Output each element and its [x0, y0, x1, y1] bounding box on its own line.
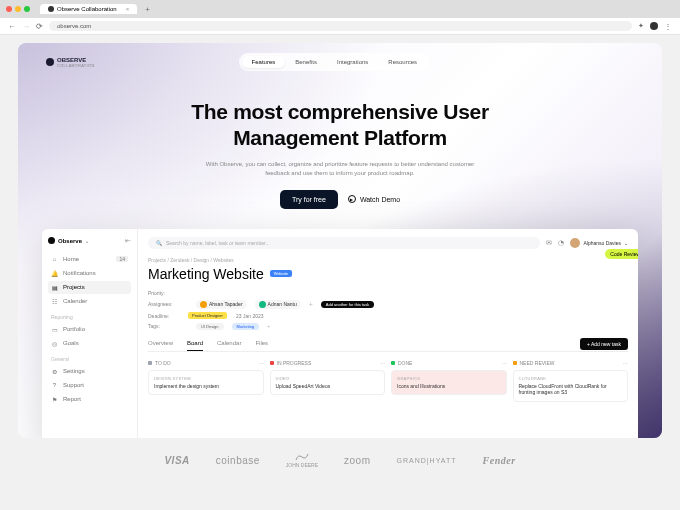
bell-icon: 🔔 [51, 270, 58, 277]
collapse-sidebar-icon[interactable]: ⇤ [125, 237, 131, 245]
nav-resources[interactable]: Resources [378, 56, 427, 68]
column-menu-icon[interactable]: ⋯ [380, 360, 385, 366]
add-another-tooltip: Add another for this task [321, 301, 374, 308]
sidebar-item-home[interactable]: ⌂Home14 [48, 253, 131, 266]
column-menu-icon[interactable]: ⋯ [259, 360, 264, 366]
maximize-window-icon[interactable] [24, 6, 30, 12]
projects-icon: ▤ [51, 284, 58, 291]
new-tab-button[interactable]: + [141, 5, 154, 14]
chevron-down-icon[interactable]: ⌄ [85, 238, 89, 244]
tab-close-icon[interactable]: × [126, 6, 130, 12]
page-canvas: OBSERVE COLLABORATION Features Benefits … [0, 35, 680, 510]
sidebar-section-general: General [51, 356, 131, 362]
search-placeholder: Search by name, label, task or team memb… [166, 240, 270, 246]
view-tabs: Overview Board Calendar Files + Add new … [148, 340, 628, 352]
close-window-icon[interactable] [6, 6, 12, 12]
sidebar-item-settings[interactable]: ⚙Settings [48, 365, 131, 378]
url-text: observe.com [57, 23, 91, 29]
inbox-icon[interactable]: ✉ [546, 239, 552, 247]
search-icon: 🔍 [156, 240, 162, 246]
portfolio-icon: ▭ [51, 326, 58, 333]
tag-chip[interactable]: Marketing [232, 323, 260, 330]
search-input[interactable]: 🔍 Search by name, label, task or team me… [148, 237, 540, 249]
hero-section: OBSERVE COLLABORATION Features Benefits … [18, 43, 662, 438]
add-task-button[interactable]: + Add new task [580, 338, 628, 350]
sidebar-item-portfolio[interactable]: ▭Portfolio [48, 323, 131, 336]
sidebar-item-report[interactable]: ⚑Report [48, 393, 131, 406]
hero-subtitle: With Observe, you can collect, organize … [195, 160, 485, 178]
site-topnav: OBSERVE COLLABORATION Features Benefits … [18, 43, 662, 81]
status-dot-icon [513, 361, 517, 365]
assignees-label: Assignees: [148, 301, 188, 307]
sidebar-item-projects[interactable]: ▤Projects [48, 281, 131, 294]
nav-benefits[interactable]: Benefits [285, 56, 327, 68]
calendar-icon: ☷ [51, 298, 58, 305]
hero-title: The most comprehensive UserManagement Pl… [18, 99, 662, 152]
try-free-button[interactable]: Try for free [280, 190, 338, 209]
app-preview-window: Observe ⌄ ⇤ ⌂Home14 🔔Notifications ▤Proj… [42, 229, 638, 439]
column-review: NEED REVIEW⋯ CLOUDRANKReplace CloudFront… [513, 360, 629, 402]
forward-button[interactable]: → [22, 22, 30, 31]
back-button[interactable]: ← [8, 22, 16, 31]
browser-tab[interactable]: Observe Collaboration × [40, 4, 137, 14]
deadline-value: 23 Jan 2023 [236, 313, 264, 319]
tab-overview[interactable]: Overview [148, 340, 173, 351]
extensions-icon[interactable]: ✦ [638, 22, 644, 30]
column-menu-icon[interactable]: ⋯ [623, 360, 628, 366]
nav-features[interactable]: Features [242, 56, 286, 68]
add-tag-button[interactable]: + [267, 323, 270, 329]
sidebar-section-reporting: Reporting [51, 314, 131, 320]
app-logo-icon [48, 237, 55, 244]
status-dot-icon [148, 361, 152, 365]
assignee-chip[interactable]: Adnan Nantu [255, 300, 301, 309]
url-input[interactable]: observe.com [49, 21, 632, 31]
breadcrumb[interactable]: Projects / Zendesk / Design / Websites [148, 257, 628, 263]
brand-zoom: zoom [344, 455, 370, 466]
column-todo: TO DO⋯ DESIGN SYSTEMImplement the design… [148, 360, 264, 402]
nav-integrations[interactable]: Integrations [327, 56, 378, 68]
avatar-icon [200, 301, 207, 308]
sidebar-item-goals[interactable]: ◎Goals [48, 337, 131, 350]
tab-files[interactable]: Files [255, 340, 268, 351]
user-name: Alphanso Davies [583, 240, 621, 246]
profile-avatar-icon[interactable] [650, 22, 658, 30]
status-dot-icon [270, 361, 274, 365]
app-logo[interactable]: Observe ⌄ [48, 237, 89, 244]
sidebar-item-support[interactable]: ?Support [48, 379, 131, 392]
task-card[interactable]: CLOUDRANKReplace CloudFront with CloudRa… [513, 370, 629, 402]
reload-button[interactable]: ⟳ [36, 22, 43, 31]
title-chip: Website [270, 270, 292, 277]
window-controls[interactable] [6, 6, 30, 12]
minimize-window-icon[interactable] [15, 6, 21, 12]
tag-chip[interactable]: UI Design [196, 323, 224, 330]
column-menu-icon[interactable]: ⋯ [502, 360, 507, 366]
brand-john-deere: JOHN DEERE [286, 452, 318, 468]
hero-headline: The most comprehensive UserManagement Pl… [18, 99, 662, 209]
add-assignee-button[interactable]: + [309, 301, 313, 308]
notification-icon[interactable]: ◔ [558, 239, 564, 247]
task-card[interactable]: DESIGN SYSTEMImplement the design system [148, 370, 264, 396]
home-icon: ⌂ [51, 256, 58, 263]
tab-calendar[interactable]: Calendar [217, 340, 241, 351]
browser-chrome: Observe Collaboration × + ← → ⟳ observe.… [0, 0, 680, 35]
site-logo[interactable]: OBSERVE COLLABORATION [46, 57, 95, 68]
tab-title: Observe Collaboration [57, 6, 117, 12]
brand-grand-hyatt: GRAND|HYATT [397, 457, 457, 464]
logo-mark-icon [46, 58, 54, 66]
sidebar-item-notifications[interactable]: 🔔Notifications [48, 267, 131, 280]
gear-icon: ⚙ [51, 368, 58, 375]
assignee-chip[interactable]: Ahsan Tapader [196, 300, 247, 309]
task-card[interactable]: VIDEOUpload SpeedArt Videos [270, 370, 386, 396]
tab-board[interactable]: Board [187, 340, 203, 351]
browser-menu-icon[interactable]: ⋮ [664, 22, 672, 31]
user-menu[interactable]: Alphanso Davies ⌄ [570, 238, 628, 248]
support-icon: ? [51, 382, 58, 389]
chevron-down-icon: ⌄ [624, 240, 628, 246]
column-progress: IN PROGRESS⋯ VIDEOUpload SpeedArt Videos [270, 360, 386, 402]
app-sidebar: Observe ⌄ ⇤ ⌂Home14 🔔Notifications ▤Proj… [42, 229, 138, 439]
product-designer-chip: Product Designer [188, 312, 227, 319]
sidebar-item-calendar[interactable]: ☷Calender [48, 295, 131, 308]
watch-demo-button[interactable]: ▶ Watch Demo [348, 195, 400, 203]
browser-tab-strip: Observe Collaboration × + [0, 0, 680, 18]
task-card[interactable]: GRAPHICSIcons and Illustrations [391, 370, 507, 396]
